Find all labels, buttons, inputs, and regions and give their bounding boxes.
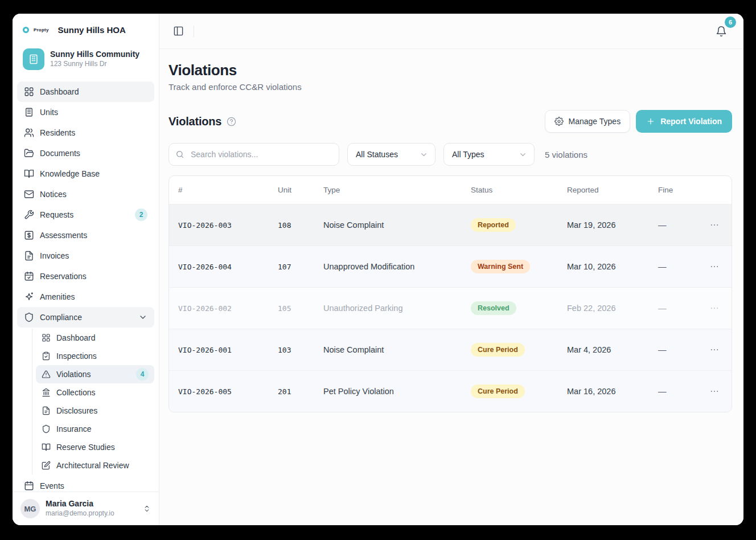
shield-icon [24, 312, 34, 322]
table-row[interactable]: VIO-2026-002 105 Unauthorized Parking Re… [169, 287, 732, 329]
sidebar-item-requests[interactable]: Requests 2 [17, 204, 154, 225]
sidebar-item-units[interactable]: Units [17, 102, 154, 122]
table-row[interactable]: VIO-2026-001 103 Noise Complaint Cure Pe… [169, 329, 732, 370]
sparkles-icon [24, 292, 34, 302]
table-row[interactable]: VIO-2026-003 108 Noise Complaint Reporte… [169, 204, 732, 246]
sidebar-item-label: Assessments [40, 231, 87, 240]
sidebar-item-compliance[interactable]: Compliance [17, 307, 154, 328]
violation-type: Unapproved Modification [323, 262, 471, 271]
subnav-item-label: Inspections [56, 351, 97, 361]
status-badge: Reported [471, 218, 516, 232]
sidebar-item-invoices[interactable]: Invoices [17, 246, 154, 266]
sidebar-item-label: Documents [40, 149, 80, 158]
community-switcher[interactable]: Sunny Hills Community 123 Sunny Hills Dr [19, 45, 152, 73]
ellipsis-icon [709, 345, 720, 355]
status-badge: Cure Period [471, 343, 525, 357]
sidebar-item-reservations[interactable]: Reservations [17, 266, 154, 287]
row-actions-button[interactable] [705, 257, 724, 276]
violation-unit: 108 [278, 221, 323, 230]
subnav-item-architectural-review[interactable]: Architectural Review [36, 456, 154, 474]
subnav-item-disclosures[interactable]: Disclosures [36, 402, 154, 420]
manage-types-button[interactable]: Manage Types [545, 110, 631, 133]
subnav-item-insurance[interactable]: Insurance [36, 420, 154, 438]
main-area: 6 Violations Track and enforce CC&R viol… [159, 14, 743, 525]
type-filter-select[interactable]: All Types [443, 143, 535, 166]
topbar: 6 [159, 14, 743, 49]
sidebar-item-dashboard[interactable]: Dashboard [17, 81, 154, 102]
row-actions-button[interactable] [705, 299, 724, 317]
subnav-item-dashboard[interactable]: Dashboard [36, 329, 154, 347]
sidebar-item-events[interactable]: Events [17, 476, 154, 492]
compliance-subnav: Dashboard Inspections Violations 4 Colle… [32, 329, 154, 474]
help-icon[interactable] [227, 117, 236, 126]
gear-icon [554, 117, 564, 126]
search-input[interactable] [169, 143, 339, 166]
sidebar-toggle-button[interactable] [169, 22, 188, 41]
row-actions-button[interactable] [705, 216, 724, 234]
sidebar-item-label: Residents [40, 128, 75, 137]
manage-types-label: Manage Types [569, 117, 621, 126]
wrench-icon [24, 210, 34, 220]
calendar-check-icon [24, 271, 34, 281]
type-filter-value: All Types [452, 150, 484, 159]
violation-id: VIO-2026-005 [178, 387, 278, 396]
sidebar-item-label: Notices [40, 190, 67, 199]
ellipsis-icon [709, 261, 720, 272]
violation-reported-date: Mar 4, 2026 [567, 345, 658, 354]
book-open-icon [42, 443, 51, 452]
sidebar-item-amenities[interactable]: Amenities [17, 287, 154, 307]
dollar-square-icon [24, 230, 34, 240]
violations-count-badge: 4 [136, 368, 149, 381]
violation-reported-date: Mar 16, 2026 [567, 387, 658, 396]
violation-type: Noise Complaint [323, 220, 471, 230]
subnav-item-label: Dashboard [56, 333, 96, 342]
subnav-item-inspections[interactable]: Inspections [36, 347, 154, 365]
sidebar-item-label: Events [40, 481, 64, 490]
violation-id: VIO-2026-003 [178, 221, 278, 230]
subnav-item-reserve-studies[interactable]: Reserve Studies [36, 438, 154, 456]
violations-table: # Unit Type Status Reported Fine VIO-202… [169, 175, 732, 412]
sidebar-item-knowledge-base[interactable]: Knowledge Base [17, 163, 154, 184]
sidebar-item-assessments[interactable]: Assessments [17, 225, 154, 246]
section-header: Violations Manage Types Report Violation [169, 110, 732, 133]
status-filter-select[interactable]: All Statuses [347, 143, 435, 166]
file-text-icon [24, 251, 34, 261]
violation-reported-date: Feb 22, 2026 [567, 304, 658, 313]
plus-icon [646, 117, 655, 126]
violation-fine: — [658, 345, 698, 354]
table-row[interactable]: VIO-2026-004 107 Unapproved Modification… [169, 246, 732, 287]
user-name: Maria Garcia [46, 499, 114, 509]
subnav-item-violations[interactable]: Violations 4 [36, 365, 154, 383]
section-title: Violations [169, 115, 221, 128]
file-text-icon [42, 406, 51, 415]
propty-logo-icon [23, 27, 29, 33]
sidebar-item-documents[interactable]: Documents [17, 143, 154, 163]
row-actions-button[interactable] [705, 382, 724, 400]
status-badge: Cure Period [471, 384, 525, 398]
violation-unit: 103 [278, 346, 323, 354]
column-header-id: # [178, 186, 278, 194]
bell-icon [716, 26, 727, 37]
row-actions-button[interactable] [705, 341, 724, 359]
violation-id: VIO-2026-004 [178, 263, 278, 271]
subnav-item-collections[interactable]: Collections [36, 383, 154, 402]
propty-logo-text: Propty [34, 27, 49, 32]
user-menu[interactable]: MG Maria Garcia maria@demo.propty.io [13, 492, 159, 525]
sidebar-item-residents[interactable]: Residents [17, 122, 154, 143]
dashboard-icon [24, 87, 34, 97]
sidebar-item-label: Knowledge Base [40, 169, 100, 178]
subnav-item-label: Collections [56, 388, 95, 397]
users-icon [24, 128, 34, 138]
table-row[interactable]: VIO-2026-005 201 Pet Policy Violation Cu… [169, 370, 732, 412]
violation-reported-date: Mar 10, 2026 [567, 262, 658, 271]
dashboard-icon [42, 333, 51, 342]
sidebar-item-label: Requests [40, 210, 73, 219]
violation-id: VIO-2026-002 [178, 304, 278, 313]
report-violation-button[interactable]: Report Violation [636, 110, 732, 133]
sidebar-item-label: Compliance [40, 313, 82, 322]
column-header-unit: Unit [278, 186, 323, 194]
violations-count-text: 5 violations [545, 150, 587, 159]
sidebar-item-notices[interactable]: Notices [17, 184, 154, 204]
folder-icon [24, 148, 34, 158]
ellipsis-icon [709, 386, 720, 396]
